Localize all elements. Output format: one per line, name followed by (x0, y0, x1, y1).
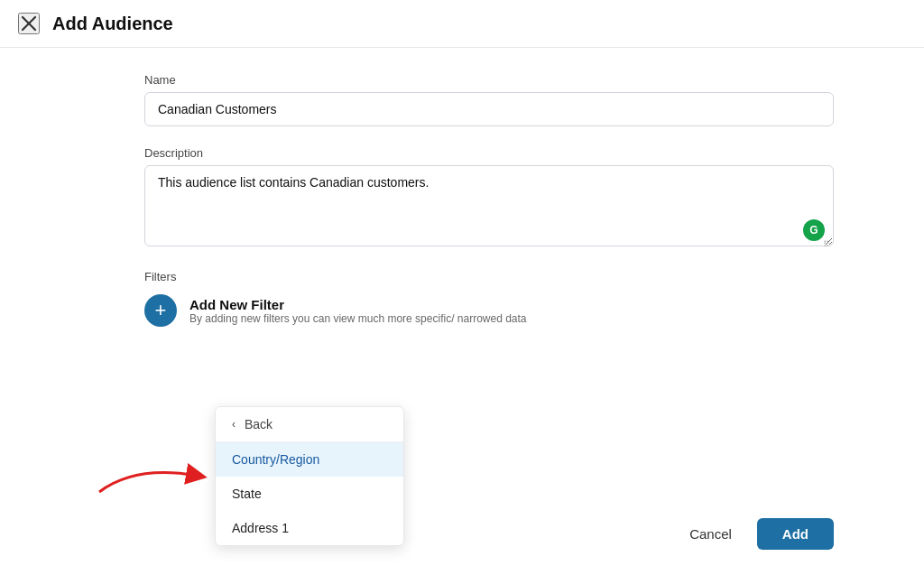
filter-dropdown: ‹ Back Country/Region State Address 1 (215, 406, 404, 546)
dropdown-item-country[interactable]: Country/Region (216, 442, 403, 477)
dropdown-item-address[interactable]: Address 1 (216, 511, 403, 545)
modal-body: Name Description This audience list cont… (0, 48, 924, 571)
filters-section: Filters + Add New Filter By adding new f… (144, 270, 834, 327)
close-button[interactable] (18, 13, 40, 34)
filters-label: Filters (144, 270, 834, 283)
description-input[interactable]: This audience list contains Canadian cus… (144, 165, 834, 246)
resize-handle[interactable]: ⠿ (823, 239, 832, 248)
modal-title: Add Audience (52, 14, 173, 34)
add-audience-modal: Add Audience Name Description This audie… (0, 0, 924, 575)
back-chevron-icon: ‹ (232, 418, 236, 431)
modal-header: Add Audience (0, 0, 924, 48)
description-group: Description This audience list contains … (144, 146, 834, 250)
dropdown-item-state[interactable]: State (216, 477, 403, 511)
cancel-button[interactable]: Cancel (677, 519, 744, 549)
name-label: Name (144, 73, 834, 87)
name-group: Name (144, 73, 834, 126)
state-label: State (232, 487, 262, 501)
dropdown-back-item[interactable]: ‹ Back (216, 407, 403, 442)
add-filter-text: Add New Filter By adding new filters you… (189, 297, 527, 325)
description-label: Description (144, 146, 834, 160)
name-input[interactable] (144, 92, 834, 126)
textarea-wrapper: This audience list contains Canadian cus… (144, 165, 834, 250)
footer-actions: Cancel Add (677, 518, 834, 550)
add-filter-button[interactable]: + (144, 294, 177, 327)
add-button[interactable]: Add (757, 518, 834, 550)
address-label: Address 1 (232, 521, 289, 535)
plus-icon: + (155, 301, 167, 320)
add-filter-row: + Add New Filter By adding new filters y… (144, 294, 834, 327)
country-region-label: Country/Region (232, 452, 319, 467)
back-label: Back (245, 417, 273, 431)
add-filter-title: Add New Filter (189, 297, 527, 312)
grammarly-icon: G (803, 219, 825, 241)
add-filter-subtitle: By adding new filters you can view much … (189, 312, 527, 325)
